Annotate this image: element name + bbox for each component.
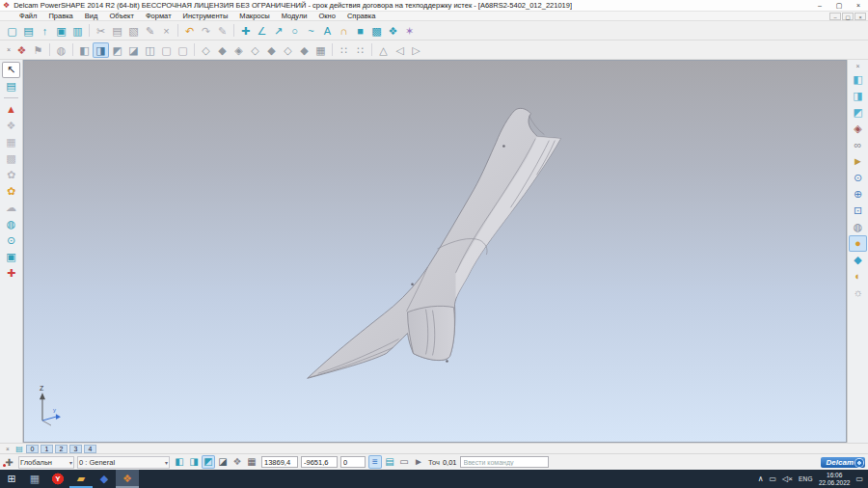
solid-union-button[interactable]: ◇: [198, 42, 214, 58]
minimize-button[interactable]: –: [810, 0, 829, 12]
magnify-box-button[interactable]: ⊙: [2, 232, 20, 249]
paste-button[interactable]: ▧: [125, 23, 142, 39]
undo-button[interactable]: ↶: [181, 23, 198, 39]
solid-extrude-button[interactable]: ◧: [76, 42, 93, 58]
redo-button[interactable]: ↷: [198, 23, 214, 39]
arc-tool-button[interactable]: ↗: [270, 23, 286, 39]
view-iso-1-button[interactable]: ◧: [849, 71, 867, 88]
solid-intersect-button[interactable]: ◈: [231, 42, 247, 58]
select-tool-button[interactable]: ↖: [2, 62, 20, 78]
shade-toggle-3[interactable]: ◩: [202, 455, 215, 469]
level-tab-0[interactable]: 0: [26, 445, 39, 453]
circle-tool-button[interactable]: ○: [286, 23, 303, 39]
yandex-browser-icon[interactable]: Y: [46, 470, 69, 488]
mdi-minimize-button[interactable]: –: [829, 13, 841, 20]
close-button[interactable]: ×: [849, 0, 868, 12]
solid-cluster-button[interactable]: ∷: [352, 42, 368, 58]
close-icon[interactable]: ×: [3, 446, 13, 452]
import-file-button[interactable]: ↑: [37, 23, 53, 39]
zoom-full-button[interactable]: ⊕: [849, 186, 867, 203]
language-indicator[interactable]: ENG: [799, 475, 813, 482]
view-iso-2-button[interactable]: ◨: [849, 88, 867, 104]
level-tab-4[interactable]: 4: [84, 445, 96, 453]
model-a-pillar-trim[interactable]: [308, 108, 561, 378]
menu-file[interactable]: Файл: [14, 12, 42, 21]
network-icon[interactable]: ▭: [770, 474, 777, 483]
solid-tool-button[interactable]: ■: [352, 23, 368, 39]
mdi-restore-button[interactable]: ▢: [842, 13, 854, 20]
zoom-box-button[interactable]: ⊡: [849, 203, 867, 219]
menu-object[interactable]: Объект: [103, 12, 140, 21]
render-globe-button[interactable]: ◍: [2, 216, 20, 232]
solid-spin-button[interactable]: ◩: [109, 42, 125, 58]
solid-offset-button[interactable]: ◇: [280, 42, 296, 58]
workplane-dropdown[interactable]: Глобальн ▾: [18, 456, 74, 469]
open-model-button[interactable]: ▤: [20, 23, 37, 39]
calculator-button[interactable]: ▤: [383, 455, 396, 469]
flag-tool-button[interactable]: ⚑: [30, 42, 46, 58]
lighting-tool-button[interactable]: ☼: [849, 285, 867, 301]
maximize-button[interactable]: ▢: [829, 0, 849, 12]
level-tab-3[interactable]: 3: [69, 445, 82, 453]
view-spin-button[interactable]: ∞: [849, 137, 867, 153]
wizard-tool-button[interactable]: ✶: [401, 23, 418, 39]
clock[interactable]: 16:06 22.06.2022: [819, 472, 851, 486]
solids-toolbar-close-icon[interactable]: ×: [4, 42, 14, 58]
new-model-button[interactable]: ▢: [4, 23, 20, 39]
glove-tool-button[interactable]: ❖: [2, 118, 20, 134]
menu-tools[interactable]: Инструменты: [177, 12, 234, 21]
file-explorer-icon[interactable]: ▰: [69, 470, 93, 488]
position-panel-button[interactable]: ≡: [368, 455, 382, 469]
model-doctor-button[interactable]: ✚: [2, 265, 20, 282]
level-tab-1[interactable]: 1: [41, 445, 53, 453]
model-browser-button[interactable]: ▤: [2, 78, 20, 95]
mdi-close-button[interactable]: ×: [854, 13, 866, 20]
solid-from-wire-button[interactable]: ▢: [175, 42, 191, 58]
clamp-tool-button[interactable]: ▩: [2, 150, 20, 167]
tray-chevron-icon[interactable]: ∧: [758, 474, 764, 483]
menu-window[interactable]: Окно: [313, 12, 341, 21]
shade-toggle-2[interactable]: ◨: [187, 455, 201, 469]
solid-from-surface-button[interactable]: ▢: [158, 42, 175, 58]
cut-button[interactable]: ✂: [93, 23, 109, 39]
copy-button[interactable]: ▤: [109, 23, 125, 39]
crumple-tool-button[interactable]: ☁: [2, 200, 20, 216]
start-button[interactable]: ⊞: [0, 470, 23, 488]
level-tab-2[interactable]: 2: [55, 445, 68, 453]
views-toolbar-close-icon[interactable]: ×: [849, 62, 867, 71]
solid-misc-2-button[interactable]: ◁: [392, 42, 408, 58]
view-iso-3-button[interactable]: ◩: [849, 104, 867, 121]
viewport-3d[interactable]: Z y: [23, 60, 847, 443]
morph-tool-button[interactable]: ✿: [2, 167, 20, 183]
coord-x-field[interactable]: [261, 456, 298, 468]
menu-modules[interactable]: Модули: [276, 12, 313, 21]
solid-misc-1-button[interactable]: △: [375, 42, 392, 58]
view-cube-button[interactable]: ◈: [849, 121, 867, 137]
menu-view[interactable]: Вид: [79, 12, 104, 21]
solid-thicken-button[interactable]: ◆: [296, 42, 312, 58]
grid-toggle-button[interactable]: ▦: [245, 455, 258, 469]
solid-wedge-button[interactable]: ◪: [125, 42, 142, 58]
solid-split-button[interactable]: ∷: [336, 42, 352, 58]
solid-taper-button[interactable]: ◫: [142, 42, 158, 58]
solid-pattern-button[interactable]: ▦: [312, 42, 329, 58]
blue-app-icon[interactable]: ◆: [93, 470, 116, 488]
notification-center-icon[interactable]: ▭: [855, 474, 863, 483]
feature-tool-button[interactable]: ▩: [368, 23, 385, 39]
keyboard-entry-button[interactable]: ▭: [397, 455, 411, 469]
solid-add-button[interactable]: ◍: [53, 42, 69, 58]
select-view-button[interactable]: ►: [849, 153, 867, 170]
edit-pencil-button[interactable]: ✎: [214, 23, 231, 39]
delete-button[interactable]: ×: [158, 23, 175, 39]
command-input[interactable]: [460, 456, 549, 468]
wireframe-view-button[interactable]: ◍: [849, 219, 867, 235]
solid-subtract-button[interactable]: ◆: [214, 42, 231, 58]
workplane-tool-button[interactable]: ✚: [237, 23, 254, 39]
version-tree-button[interactable]: ❖: [14, 42, 30, 58]
print-button[interactable]: ▥: [69, 23, 86, 39]
format-painter-button[interactable]: ✎: [142, 23, 158, 39]
tolerance-value[interactable]: 0,01: [443, 458, 457, 467]
render-view-button[interactable]: ◐: [849, 268, 867, 285]
mirror-warning-icon[interactable]: ▲: [2, 101, 20, 118]
menu-macros[interactable]: Макросы: [233, 12, 275, 21]
